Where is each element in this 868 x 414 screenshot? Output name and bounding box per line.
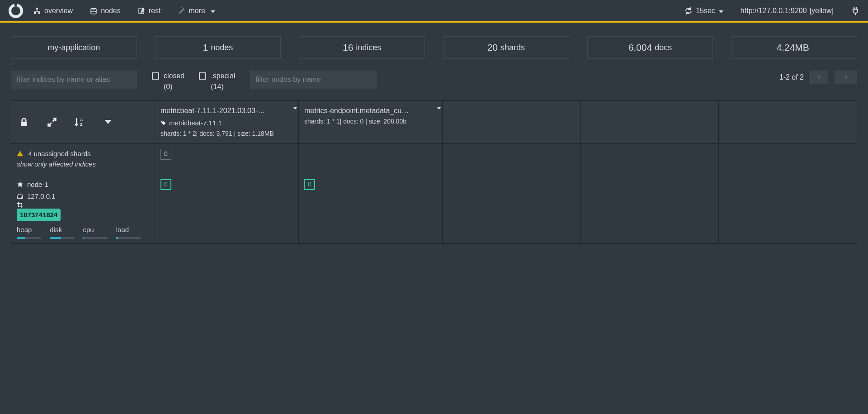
refresh-interval[interactable]: 15sec <box>685 7 723 15</box>
blank-cell <box>581 174 719 243</box>
closed-label: closed <box>164 71 184 81</box>
nav-more-label: more <box>189 7 205 15</box>
pager-prev-button[interactable] <box>810 71 828 84</box>
cluster-status: [yellow] <box>810 7 834 15</box>
index-header[interactable]: metrics-endpoint.metadata_cu… shards: 1 … <box>299 101 443 143</box>
blank-cell <box>719 174 857 243</box>
index-name: metricbeat-7.11.1-2021.03.03-… <box>160 105 293 117</box>
shards-count: 20 <box>487 42 498 53</box>
expand-arrows-icon[interactable] <box>46 116 58 128</box>
closed-count: (0) <box>164 81 184 92</box>
tile-shards[interactable]: 20 shards <box>443 36 569 59</box>
host-url-text: http://127.0.0.1:9200 <box>741 7 807 15</box>
pager-next-button[interactable] <box>835 71 857 84</box>
svg-rect-11 <box>21 121 27 126</box>
special-count: (14) <box>211 81 235 92</box>
sort-direction-icon[interactable] <box>102 116 114 128</box>
shard-cell: 0 <box>155 144 299 174</box>
lock-icon[interactable] <box>18 116 30 128</box>
shard-replica-box[interactable]: 0 <box>160 149 171 160</box>
nav-overview-label: overview <box>44 7 73 15</box>
svg-rect-16 <box>20 155 21 156</box>
blank-cell <box>719 101 857 143</box>
nav-nodes[interactable]: nodes <box>90 7 121 15</box>
svg-point-8 <box>183 8 184 9</box>
blank-cell <box>719 144 857 174</box>
docs-label: docs <box>655 43 672 52</box>
warning-icon <box>17 150 25 157</box>
indices-label: indices <box>356 43 381 52</box>
gauge-cpu[interactable]: cpu <box>83 224 116 239</box>
size-value: 4.24MB <box>777 42 809 53</box>
checkbox-icon <box>199 72 206 80</box>
nodes-label: nodes <box>211 43 233 52</box>
gauge-load[interactable]: load <box>116 224 149 239</box>
filter-indices-input[interactable] <box>11 71 137 89</box>
index-meta: shards: 1 * 1| docs: 0 | size: 208.00b <box>304 117 437 127</box>
gauge-label: disk <box>50 224 62 236</box>
nav-rest-label: rest <box>149 7 161 15</box>
host-url[interactable]: http://127.0.0.1:9200 [yellow] <box>741 7 834 15</box>
shard-cell: 0 <box>299 174 443 243</box>
logo-icon <box>8 3 24 19</box>
refresh-icon <box>685 7 692 14</box>
filters-row: closed (0) .special (14) 1-2 of 2 <box>0 68 868 100</box>
shards-label: shards <box>500 43 525 52</box>
node-ip: 127.0.0.1 <box>27 190 56 202</box>
gauge-label: load <box>116 224 129 236</box>
index-menu-toggle[interactable] <box>293 102 297 112</box>
show-affected-link[interactable]: show only affected indices <box>17 159 149 169</box>
svg-rect-4 <box>34 12 36 14</box>
blank-cell <box>443 101 581 143</box>
node-name-line[interactable]: node-1 <box>17 179 149 190</box>
nav-rest[interactable]: rest <box>138 7 161 15</box>
node-cell: node-1 127.0.0.1 1073741824 heap <box>11 174 155 243</box>
hdd-icon <box>17 193 24 200</box>
node-name: node-1 <box>27 179 48 190</box>
shard-primary-box[interactable]: 0 <box>160 179 171 190</box>
svg-point-9 <box>184 10 184 10</box>
gauge-label: cpu <box>83 224 94 236</box>
index-menu-toggle[interactable] <box>437 102 441 112</box>
shard-primary-box[interactable]: 0 <box>304 179 315 190</box>
hierarchy-icon <box>33 7 41 14</box>
shard-cell: 0 <box>155 174 299 243</box>
magic-wand-icon <box>178 7 185 14</box>
blank-cell <box>581 144 719 174</box>
special-checkbox[interactable]: .special (14) <box>199 71 235 92</box>
nav-overview[interactable]: overview <box>33 7 73 15</box>
blank-cell <box>581 101 719 143</box>
star-icon <box>17 181 24 188</box>
docs-count: 6,004 <box>628 42 652 53</box>
tile-cluster-name[interactable]: my-application <box>11 36 137 59</box>
gauge-disk[interactable]: disk <box>50 224 83 239</box>
blank-cell <box>443 144 581 174</box>
refresh-interval-label: 15sec <box>696 7 715 15</box>
nav-more[interactable]: more <box>178 7 215 15</box>
index-meta: shards: 1 * 2| docs: 3,791 | size: 1.18M… <box>160 129 293 139</box>
special-label: .special <box>211 71 235 81</box>
plug-icon[interactable] <box>851 6 860 15</box>
chevron-down-icon <box>211 7 215 15</box>
shard-grid: AZ metricbeat-7.11.1-2021.03.03-… metric… <box>11 100 857 244</box>
pager-text: 1-2 of 2 <box>779 73 804 81</box>
tile-size[interactable]: 4.24MB <box>731 36 857 59</box>
sort-az-icon[interactable]: AZ <box>74 116 86 128</box>
closed-checkbox[interactable]: closed (0) <box>152 71 184 92</box>
svg-point-14 <box>162 121 163 122</box>
sort-controls-cell: AZ <box>11 101 155 143</box>
gauge-heap[interactable]: heap <box>17 224 50 239</box>
svg-point-6 <box>91 8 96 10</box>
stats-row: my-application 1 nodes 16 indices 20 sha… <box>0 23 868 68</box>
tile-docs[interactable]: 6,004 docs <box>587 36 713 59</box>
tile-nodes[interactable]: 1 nodes <box>155 36 281 59</box>
indices-count: 16 <box>343 42 353 53</box>
nodes-count: 1 <box>203 42 208 53</box>
index-tag: metricbeat-7.11.1 <box>169 118 222 128</box>
tag-icon <box>160 120 166 126</box>
index-header[interactable]: metricbeat-7.11.1-2021.03.03-… metricbea… <box>155 101 299 143</box>
tile-indices[interactable]: 16 indices <box>299 36 425 59</box>
filter-nodes-input[interactable] <box>250 71 377 89</box>
svg-point-10 <box>182 7 182 8</box>
svg-rect-3 <box>36 8 38 10</box>
